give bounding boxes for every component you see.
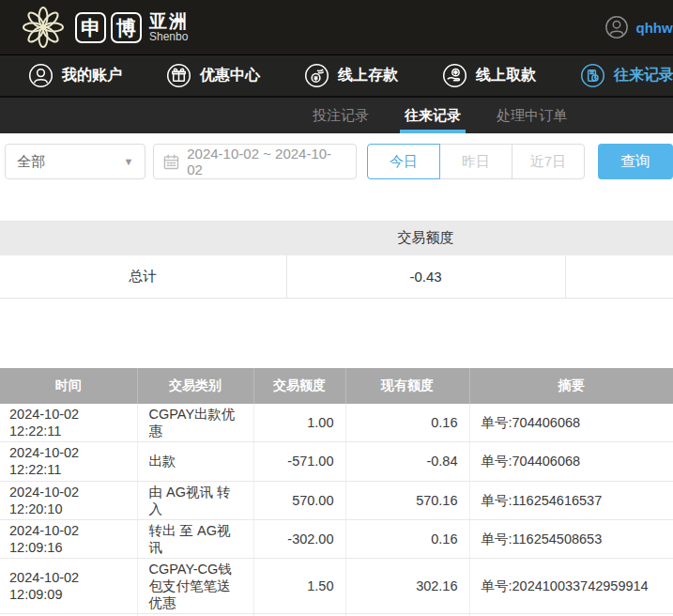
nav-item-promotions[interactable]: 优惠中心 [166, 63, 260, 88]
cell-amount: 1.00 [253, 404, 345, 442]
cell-balance: 302.16 [345, 559, 469, 614]
cell-memo: 单号:116254508653 [469, 519, 673, 558]
nav-item-records[interactable]: 往来记录 [580, 63, 673, 88]
transactions-header-row: 时间 交易类别 交易额度 现有额度 摘要 [0, 368, 673, 404]
cell-balance: 0.16 [345, 519, 469, 558]
nav-label: 优惠中心 [200, 66, 260, 85]
date-range-value: 2024-10-02 ~ 2024-10-02 [187, 146, 346, 177]
brand-name-en: Shenbo [149, 31, 189, 43]
filter-bar: 全部 ▼ 2024-10-02 ~ 2024-10-02 今日 昨日 近7日 查… [0, 133, 673, 180]
cell-type: CGPAY出款优惠 [137, 404, 253, 442]
quick-yesterday-button[interactable]: 昨日 [439, 144, 512, 179]
summary-empty-header [565, 222, 673, 255]
record-tabs: 投注记录 往来记录 处理中订单 [0, 96, 673, 133]
chevron-down-icon: ▼ [123, 156, 133, 167]
cell-amount: -302.00 [253, 519, 345, 558]
cell-type: 出款 [137, 442, 253, 481]
cell-amount: -571.00 [253, 442, 345, 481]
table-row: 2024-10-02 12:09:09 CGPAY-CG钱包支付笔笔送优惠 1.… [0, 559, 673, 614]
nav-item-deposit[interactable]: 线上存款 [304, 63, 398, 88]
table-row: 2024-10-02 12:22:11 出款 -571.00 -0.84 单号:… [0, 442, 673, 481]
table-row: 2024-10-02 12:20:10 由 AG视讯 转入 570.00 570… [0, 481, 673, 519]
nav-item-withdraw[interactable]: 线上取款 [442, 63, 536, 88]
quick-range-group: 今日 昨日 近7日 [367, 144, 585, 179]
cell-type: 转出 至 AG视讯 [137, 519, 253, 558]
cell-amount: 1.50 [253, 559, 345, 614]
quick-last7days-button[interactable]: 近7日 [512, 144, 585, 179]
summary-total-label: 总计 [0, 255, 286, 299]
col-header-balance: 现有额度 [345, 368, 469, 404]
cell-memo: 单号:704406068 [469, 442, 673, 481]
summary-empty-cell [565, 255, 673, 299]
cell-time: 2024-10-02 12:09:16 [0, 519, 137, 558]
tab-processing-orders[interactable]: 处理中订单 [494, 98, 570, 133]
tab-betting-records[interactable]: 投注记录 [310, 98, 372, 133]
col-header-amount: 交易额度 [253, 368, 345, 404]
table-row: 2024-10-02 12:22:11 CGPAY出款优惠 1.00 0.16 … [0, 404, 673, 442]
transactions-table: 时间 交易类别 交易额度 现有额度 摘要 2024-10-02 12:22:11… [0, 368, 673, 616]
cell-type: CGPAY-CG钱包支付笔笔送优惠 [137, 559, 253, 614]
withdraw-icon [442, 63, 467, 88]
category-select[interactable]: 全部 ▼ [5, 144, 145, 179]
col-header-type: 交易类别 [137, 368, 253, 404]
cell-balance: 0.16 [345, 404, 469, 442]
nav-item-my-account[interactable]: 我的账户 [28, 63, 122, 88]
nav-label: 我的账户 [62, 66, 122, 85]
col-header-time: 时间 [0, 368, 137, 404]
query-button[interactable]: 查询 [598, 144, 673, 179]
cell-type: 由 AG视讯 转入 [137, 481, 253, 519]
cell-memo: 单号:704406068 [469, 404, 673, 442]
records-icon [580, 63, 605, 88]
summary-total-value: -0.43 [286, 255, 565, 299]
cell-memo: 单号:202410033742959914 [469, 559, 673, 614]
calendar-icon [163, 154, 179, 170]
cell-time: 2024-10-02 12:20:10 [0, 481, 137, 519]
main-nav: 我的账户 优惠中心 线上存款 线上取款 往来记录 信息 [0, 54, 673, 96]
nav-label: 线上存款 [338, 66, 398, 85]
table-row: 2024-10-02 12:09:16 转出 至 AG视讯 -302.00 0.… [0, 519, 673, 558]
date-range-input[interactable]: 2024-10-02 ~ 2024-10-02 [153, 144, 357, 179]
username-link[interactable]: qhhw2 [636, 20, 673, 36]
summary-total-row: 总计 -0.43 [0, 255, 673, 299]
cell-balance: 570.16 [345, 481, 469, 519]
cell-time: 2024-10-02 12:22:11 [0, 404, 137, 442]
summary-table: 交易额度 总计 -0.43 [0, 221, 673, 299]
user-icon [28, 63, 54, 88]
brand-char-2: 博 [111, 12, 142, 43]
deposit-icon [304, 63, 329, 88]
cell-balance: -0.84 [345, 442, 469, 481]
user-avatar-icon [604, 15, 629, 39]
cell-memo: 单号:116254616537 [469, 481, 673, 519]
gift-icon [166, 63, 191, 88]
nav-label: 往来记录 [614, 66, 673, 85]
nav-label: 线上取款 [476, 66, 536, 85]
cell-amount: 570.00 [253, 481, 345, 519]
user-area[interactable]: qhhw2 [604, 0, 673, 54]
tab-transaction-records[interactable]: 往来记录 [402, 98, 464, 133]
category-select-value: 全部 [17, 153, 45, 171]
cell-time: 2024-10-02 12:09:09 [0, 559, 137, 614]
cell-time: 2024-10-02 12:22:11 [0, 442, 137, 481]
col-header-memo: 摘要 [469, 368, 673, 404]
brand-region: 亚洲 [149, 12, 189, 31]
quick-today-button[interactable]: 今日 [367, 144, 440, 179]
flower-logo-icon [21, 5, 66, 50]
brand-char-1: 申 [75, 12, 106, 43]
summary-empty-header [0, 222, 286, 255]
top-brand-bar: 申 博 亚洲 Shenbo qhhw2 [0, 0, 673, 54]
summary-amount-header: 交易额度 [286, 222, 565, 255]
